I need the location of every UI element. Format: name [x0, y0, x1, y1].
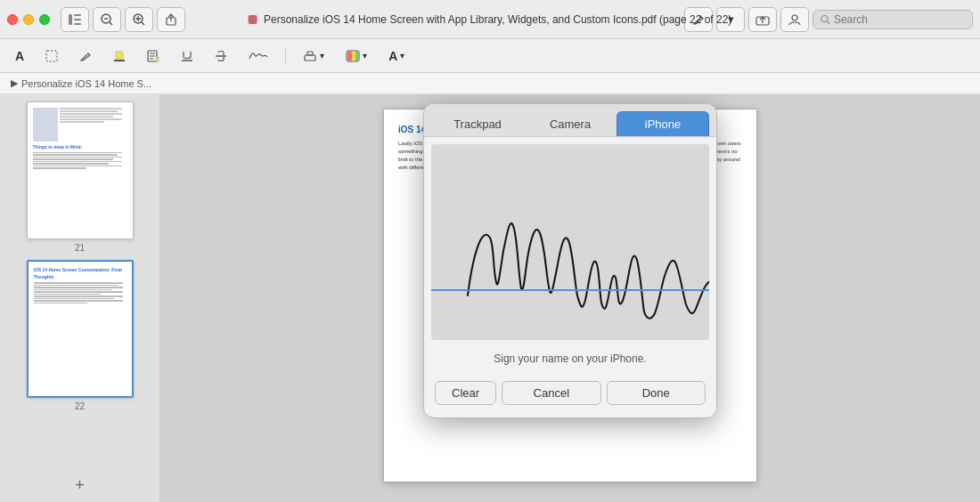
signature-canvas: [431, 144, 709, 340]
svg-rect-3: [74, 23, 81, 25]
page-21-number: 21: [75, 243, 85, 253]
contact-button[interactable]: [780, 7, 809, 32]
signature-baseline: [431, 289, 709, 291]
search-input[interactable]: [834, 13, 965, 26]
window-title: Personalize iOS 14 Home Screen with App …: [249, 13, 732, 26]
signature-area[interactable]: [431, 144, 709, 340]
tab-trackpad[interactable]: Trackpad: [431, 111, 524, 136]
svg-line-18: [828, 21, 829, 23]
close-button[interactable]: [7, 14, 18, 25]
done-button[interactable]: Done: [607, 381, 706, 405]
dialog-tabs: Trackpad Camera iPhone: [424, 104, 716, 137]
page-21-thumbnail[interactable]: Things to keep in Mind:: [27, 101, 134, 239]
dialog-hint: Sign your name on your iPhone.: [424, 347, 716, 374]
signature-button[interactable]: [241, 45, 276, 68]
svg-point-16: [792, 15, 797, 20]
svg-rect-29: [307, 52, 313, 55]
breadcrumb-bar: ▶ Personalize iOS 14 Home S...: [0, 73, 980, 94]
add-page-button[interactable]: +: [75, 476, 85, 495]
dialog-overlay: Trackpad Camera iPhone Sign your name on…: [160, 94, 980, 502]
svg-point-17: [821, 15, 828, 21]
svg-rect-2: [74, 19, 81, 20]
cancel-button[interactable]: Cancel: [502, 381, 600, 405]
svg-rect-28: [305, 55, 315, 61]
sidebar-toggle-button[interactable]: [61, 7, 89, 32]
toolbar2: A: [0, 39, 980, 73]
share-sheet-button[interactable]: [748, 7, 777, 32]
traffic-lights: [7, 14, 50, 25]
share-button[interactable]: [157, 7, 185, 32]
tab-iphone[interactable]: iPhone: [617, 111, 709, 136]
svg-rect-1: [74, 14, 81, 16]
text-format-button[interactable]: A ▾: [380, 45, 412, 68]
main-area: Things to keep in Mind: 21: [0, 94, 980, 502]
svg-line-6: [110, 22, 112, 25]
svg-rect-31: [347, 52, 352, 61]
signature-dialog: Trackpad Camera iPhone Sign your name on…: [423, 103, 717, 418]
strikethrough-button[interactable]: [207, 45, 235, 68]
page-21-thumb-wrapper: Things to keep in Mind: 21: [27, 101, 134, 253]
search-bar[interactable]: [813, 10, 973, 29]
svg-rect-33: [355, 52, 359, 61]
minimize-button[interactable]: [23, 14, 34, 25]
clear-button[interactable]: Clear: [435, 381, 496, 405]
stamp-button[interactable]: ▾: [295, 45, 332, 68]
text-tool-button[interactable]: A: [7, 45, 32, 68]
sidebar-inner: Things to keep in Mind: 21: [0, 94, 159, 502]
svg-line-10: [142, 22, 144, 25]
search-icon: [821, 14, 830, 25]
pencil-button[interactable]: [71, 45, 100, 68]
top-bar: Personalize iOS 14 Home Screen with App …: [0, 0, 980, 39]
svg-rect-19: [46, 51, 57, 61]
breadcrumb-label: Personalize iOS 14 Home S...: [21, 78, 151, 89]
select-button[interactable]: [37, 45, 66, 68]
page-22-thumb-wrapper: iOS 14 Home Screen Customization: Final …: [27, 260, 134, 411]
underline-button[interactable]: [173, 45, 201, 68]
dialog-footer: Clear Cancel Done: [424, 374, 716, 417]
note-button[interactable]: [139, 45, 167, 68]
maximize-button[interactable]: [39, 14, 50, 25]
page-22-number: 22: [75, 401, 85, 411]
sidebar: Things to keep in Mind: 21: [0, 94, 160, 502]
svg-rect-0: [69, 14, 72, 25]
color-button[interactable]: ▾: [338, 45, 375, 68]
page-22-thumbnail[interactable]: iOS 14 Home Screen Customization: Final …: [27, 260, 134, 398]
zoom-in-button[interactable]: [125, 7, 153, 32]
breadcrumb-chevron: ▶: [11, 77, 18, 89]
svg-rect-20: [116, 52, 123, 59]
svg-rect-32: [352, 52, 355, 61]
tab-camera[interactable]: Camera: [524, 111, 617, 136]
zoom-out-button[interactable]: [93, 7, 121, 32]
highlighter-button[interactable]: [105, 45, 134, 68]
page-content-area: iOS 14 Home Screen Customization: Final …: [160, 94, 980, 502]
